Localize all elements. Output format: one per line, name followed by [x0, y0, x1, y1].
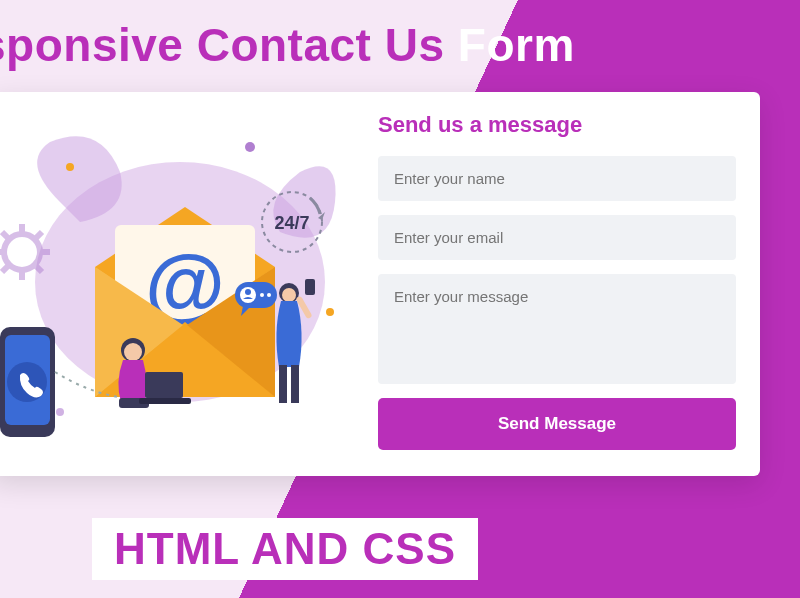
send-message-button[interactable]: Send Message — [378, 398, 736, 450]
svg-line-9 — [36, 266, 42, 272]
svg-rect-23 — [279, 365, 287, 403]
footer-tag: HTML AND CSS — [92, 518, 478, 580]
svg-point-34 — [245, 142, 255, 152]
svg-line-7 — [36, 232, 42, 238]
svg-line-8 — [2, 266, 8, 272]
svg-rect-24 — [291, 365, 299, 403]
contact-form: Send us a message Send Message — [378, 112, 736, 452]
svg-point-31 — [260, 293, 264, 297]
svg-point-35 — [326, 308, 334, 316]
contact-illustration: 24/7 @ — [0, 112, 360, 452]
hero-title: sponsive Contact Us Form — [0, 0, 800, 72]
form-title: Send us a message — [378, 112, 736, 138]
name-input[interactable] — [378, 156, 736, 201]
message-textarea[interactable] — [378, 274, 736, 384]
envelope-illustration-svg: 24/7 @ — [0, 112, 360, 452]
email-input[interactable] — [378, 215, 736, 260]
svg-rect-26 — [305, 279, 315, 295]
hero-title-part1: sponsive Contact Us — [0, 19, 458, 71]
svg-point-32 — [267, 293, 271, 297]
svg-point-36 — [56, 408, 64, 416]
svg-point-22 — [282, 288, 296, 302]
svg-rect-19 — [145, 372, 183, 398]
svg-point-1 — [4, 234, 40, 270]
svg-point-30 — [245, 289, 251, 295]
badge-247: 24/7 — [274, 213, 309, 233]
svg-rect-20 — [139, 398, 191, 404]
contact-card: 24/7 @ — [0, 92, 760, 476]
svg-line-6 — [2, 232, 8, 238]
svg-point-17 — [124, 343, 142, 361]
hero-title-part2: Form — [458, 19, 575, 71]
svg-point-33 — [66, 163, 74, 171]
